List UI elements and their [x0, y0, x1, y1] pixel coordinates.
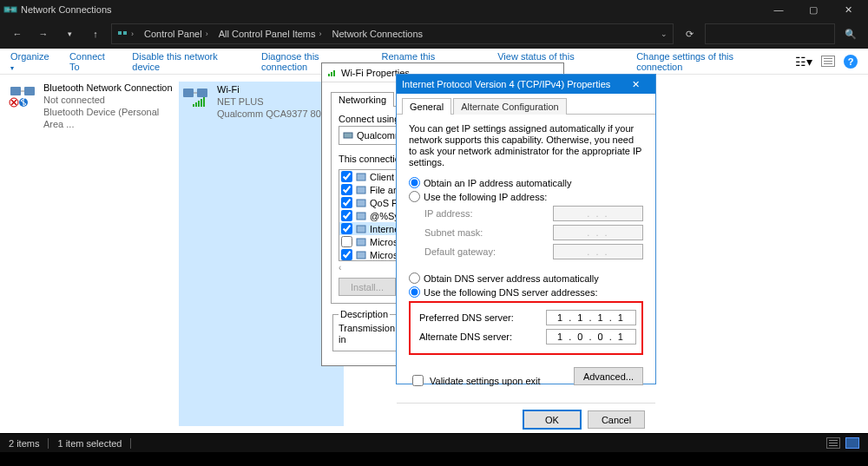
component-icon — [356, 198, 366, 208]
radio-use-dns[interactable]: Use the following DNS server addresses: — [409, 286, 643, 298]
refresh-button[interactable]: ⟳ — [679, 29, 700, 40]
radio-obtain-dns[interactable]: Obtain DNS server address automatically — [409, 272, 643, 284]
status-selected: 1 item selected — [57, 438, 122, 449]
nav-history-dropdown[interactable]: ▾ — [59, 23, 80, 44]
svg-rect-13 — [201, 99, 202, 107]
dialog-close-button[interactable]: ✕ — [621, 79, 650, 90]
component-checkbox[interactable] — [341, 184, 352, 195]
component-checkbox[interactable] — [341, 249, 352, 260]
component-checkbox[interactable] — [341, 171, 352, 182]
svg-rect-19 — [357, 174, 365, 180]
cancel-button[interactable]: Cancel — [588, 410, 645, 429]
checkbox-input[interactable] — [412, 375, 424, 386]
svg-rect-23 — [357, 226, 365, 233]
preferred-dns-label: Preferred DNS server: — [419, 312, 546, 323]
subnet-input: . . . — [553, 225, 643, 240]
large-icons-view-icon[interactable] — [845, 437, 859, 449]
connection-device: Qualcomm QCA9377 802... — [217, 108, 334, 120]
address-dropdown[interactable]: ⌄ — [655, 30, 673, 38]
component-icon — [356, 185, 366, 195]
connection-bluetooth[interactable]: Bluetooth Network Connection Not connect… — [9, 82, 174, 426]
component-checkbox[interactable] — [341, 223, 352, 234]
info-text: You can get IP settings assigned automat… — [409, 123, 643, 168]
svg-rect-17 — [333, 70, 335, 76]
search-icon: 🔍 — [840, 29, 861, 40]
breadcrumb-label: All Control Panel Items — [219, 29, 316, 39]
tab-networking[interactable]: Networking — [331, 92, 394, 107]
nav-forward[interactable]: → — [33, 23, 54, 44]
cmd-disable[interactable]: Disable this network device — [132, 51, 246, 72]
status-item-count: 2 items — [9, 438, 39, 449]
install-button[interactable]: Install... — [339, 278, 396, 296]
radio-obtain-ip[interactable]: Obtain an IP address automatically — [409, 177, 643, 188]
tab-general[interactable]: General — [402, 98, 451, 115]
svg-rect-11 — [195, 102, 197, 107]
dns-highlight-box: Preferred DNS server:1 . 1 . 1 . 1 Alter… — [409, 301, 643, 355]
svg-rect-4 — [10, 87, 21, 95]
svg-rect-10 — [193, 104, 194, 107]
connection-wifi[interactable]: Wi-Fi NET PLUS Qualcomm QCA9377 802... — [179, 82, 344, 426]
subnet-label: Subnet mask: — [424, 227, 553, 238]
svg-rect-16 — [331, 72, 332, 76]
breadcrumb-label: Control Panel — [144, 29, 202, 39]
component-icon — [356, 250, 366, 260]
cmd-organize[interactable]: Organize — [10, 51, 54, 72]
svg-rect-15 — [328, 74, 330, 76]
help-icon[interactable]: ? — [844, 55, 858, 69]
svg-rect-24 — [357, 239, 365, 246]
breadcrumb-network-connections[interactable]: Network Connections — [327, 24, 429, 43]
details-view-icon[interactable] — [826, 437, 840, 449]
alternate-dns-input[interactable]: 1 . 0 . 0 . 1 — [546, 329, 636, 345]
address-bar: ← → ▾ ↑ › Control Panel› All Control Pan… — [0, 19, 868, 49]
component-icon — [356, 211, 366, 221]
radio-input[interactable] — [409, 191, 420, 202]
nav-back[interactable]: ← — [7, 23, 28, 44]
window-minimize[interactable]: — — [762, 1, 795, 18]
cmd-change-settings[interactable]: Change settings of this connection — [636, 51, 779, 72]
window-close[interactable]: ✕ — [832, 1, 865, 18]
network-folder-icon — [3, 3, 17, 16]
svg-rect-5 — [24, 87, 35, 95]
breadcrumb-control-panel[interactable]: Control Panel› — [139, 24, 214, 43]
svg-rect-18 — [344, 133, 352, 138]
component-icon — [356, 224, 366, 234]
component-checkbox[interactable] — [341, 236, 352, 247]
breadcrumb-label: Network Connections — [332, 29, 424, 39]
network-icon — [117, 29, 128, 39]
radio-use-ip[interactable]: Use the following IP address: — [409, 191, 643, 202]
radio-input[interactable] — [409, 272, 420, 284]
connection-status: Not connected — [43, 94, 174, 106]
preferred-dns-input[interactable]: 1 . 1 . 1 . 1 — [546, 310, 636, 325]
dialog-title: Internet Protocol Version 4 (TCP/IPv4) P… — [402, 79, 610, 89]
signal-bars-icon — [193, 97, 207, 108]
radio-label: Use the following IP address: — [424, 192, 547, 202]
svg-rect-2 — [118, 31, 122, 35]
preview-pane-icon[interactable] — [821, 56, 835, 67]
view-options-icon[interactable]: ☷▾ — [795, 55, 812, 69]
connection-status: NET PLUS — [217, 95, 334, 108]
breadcrumb-all-items[interactable]: All Control Panel Items› — [214, 24, 327, 43]
svg-rect-20 — [357, 187, 365, 194]
radio-label: Use the following DNS server addresses: — [424, 287, 598, 298]
ok-button[interactable]: OK — [523, 410, 581, 429]
radio-label: Obtain DNS server address automatically — [424, 273, 599, 284]
component-checkbox[interactable] — [341, 210, 352, 221]
checkbox-label: Validate settings upon exit — [430, 376, 541, 386]
ip-address-input: . . . — [553, 206, 643, 221]
window-maximize[interactable]: ▢ — [797, 1, 830, 18]
radio-input[interactable] — [409, 286, 420, 298]
advanced-button[interactable]: Advanced... — [574, 367, 643, 385]
svg-rect-8 — [183, 89, 194, 97]
svg-rect-21 — [357, 200, 365, 207]
nav-up[interactable]: ↑ — [85, 23, 106, 44]
tab-alternate-config[interactable]: Alternate Configuration — [453, 98, 567, 115]
radio-input[interactable] — [409, 177, 420, 188]
connection-device: Bluetooth Device (Personal Area ... — [43, 106, 174, 130]
component-icon — [356, 172, 366, 182]
cmd-connect-to[interactable]: Connect To — [69, 51, 116, 72]
search-box[interactable] — [705, 23, 835, 44]
validate-checkbox[interactable]: Validate settings upon exit — [409, 372, 541, 389]
breadcrumb-bar[interactable]: › Control Panel› All Control Panel Items… — [111, 23, 674, 44]
connection-name: Wi-Fi — [217, 83, 334, 95]
component-checkbox[interactable] — [341, 197, 352, 208]
